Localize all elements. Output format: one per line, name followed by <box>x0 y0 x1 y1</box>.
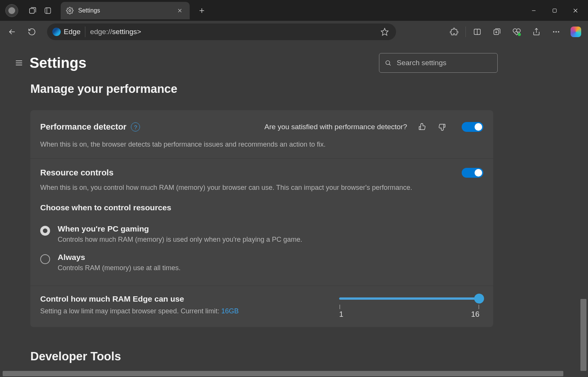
arrow-left-icon <box>8 27 17 36</box>
thumbs-down-icon <box>438 123 446 131</box>
settings-menu-button[interactable] <box>11 55 27 71</box>
refresh-icon <box>28 28 36 36</box>
browser-tab-settings[interactable]: Settings <box>61 2 190 19</box>
url-text: edge://settings> <box>90 28 141 36</box>
performance-card: Performance detector ? Are you satisfied… <box>30 110 493 327</box>
resource-controls-title: Resource controls <box>40 168 113 178</box>
svg-point-10 <box>558 31 560 33</box>
svg-point-11 <box>386 61 390 64</box>
performance-detector-toggle[interactable] <box>462 122 483 132</box>
ram-limit-title: Control how much RAM Edge can use <box>40 294 324 303</box>
site-identity-label: Edge <box>64 28 80 36</box>
copilot-button[interactable] <box>568 23 584 40</box>
tab-actions-icon[interactable] <box>40 3 55 18</box>
radio-label-gaming: When you're PC gaming <box>58 224 302 233</box>
radio-desc-always: Controls RAM (memory) use at all times. <box>58 264 181 272</box>
horizontal-scrollbar[interactable] <box>3 371 563 376</box>
gear-icon <box>66 7 74 14</box>
feedback-question: Are you satisfied with performance detec… <box>264 123 407 131</box>
tab-title: Settings <box>78 7 171 14</box>
svg-rect-0 <box>30 8 35 13</box>
refresh-button[interactable] <box>24 23 40 40</box>
close-icon <box>177 8 182 13</box>
search-settings-box[interactable] <box>379 53 498 73</box>
url-toolbar: Edge edge://settings> <box>0 21 588 43</box>
workspaces-icon[interactable] <box>25 3 40 18</box>
collections-button[interactable] <box>489 23 505 40</box>
window-close-button[interactable] <box>565 3 586 18</box>
separator <box>465 27 466 37</box>
radio-input-gaming[interactable] <box>40 226 50 236</box>
svg-point-2 <box>69 9 71 11</box>
resource-controls-toggle[interactable] <box>462 168 483 178</box>
radio-desc-gaming: Controls how much RAM (memory) is used o… <box>58 236 302 244</box>
favorite-button[interactable] <box>379 26 391 38</box>
radio-input-always[interactable] <box>40 254 50 264</box>
edge-logo-icon <box>52 28 61 36</box>
svg-point-9 <box>555 31 557 33</box>
ellipsis-icon <box>552 28 560 36</box>
copilot-icon <box>571 27 581 37</box>
resource-controls-row: Resource controls When this is on, you c… <box>30 159 493 286</box>
slider-ticks: || <box>339 303 480 309</box>
search-icon <box>385 59 391 67</box>
slider-max-label: 16 <box>471 310 480 319</box>
radio-always[interactable]: Always Controls RAM (memory) use at all … <box>40 248 483 277</box>
svg-point-8 <box>553 31 555 33</box>
more-button[interactable] <box>548 23 564 40</box>
ram-limit-desc: Setting a low limit may impact browser s… <box>40 307 324 315</box>
settings-header: Settings <box>0 43 588 83</box>
share-button[interactable] <box>528 23 545 40</box>
radio-label-always: Always <box>58 253 181 262</box>
window-minimize-button[interactable] <box>523 3 544 18</box>
maximize-icon <box>552 8 557 13</box>
window-maximize-button[interactable] <box>544 3 565 18</box>
collections-icon <box>493 28 501 36</box>
new-tab-button[interactable] <box>194 3 209 18</box>
share-icon <box>532 28 541 36</box>
thumbs-up-icon <box>418 123 426 131</box>
svg-marker-4 <box>381 28 388 35</box>
info-button[interactable]: ? <box>131 122 140 131</box>
site-identity[interactable]: Edge <box>52 28 80 36</box>
puzzle-icon <box>450 28 458 36</box>
search-settings-input[interactable] <box>397 59 492 67</box>
slider-track <box>339 297 480 300</box>
thumbs-up-button[interactable] <box>415 119 430 135</box>
performance-detector-desc: When this is on, the browser detects tab… <box>40 140 483 149</box>
radio-pc-gaming[interactable]: When you're PC gaming Controls how much … <box>40 220 483 248</box>
resource-controls-desc: When this is on, you control how much RA… <box>40 183 483 192</box>
performance-detector-row: Performance detector ? Are you satisfied… <box>30 110 493 159</box>
window-titlebar: Settings <box>0 0 588 21</box>
section-title-performance: Manage your performance <box>30 83 588 96</box>
split-icon <box>473 28 481 36</box>
extensions-button[interactable] <box>446 23 462 40</box>
ram-limit-row: Control how much RAM Edge can use Settin… <box>30 286 493 327</box>
settings-content: Manage your performance Performance dete… <box>0 83 588 377</box>
status-dot-icon <box>517 33 521 36</box>
performance-detector-title: Performance detector <box>40 122 126 132</box>
page-title: Settings <box>30 55 86 71</box>
svg-rect-3 <box>553 9 556 12</box>
thumbs-down-button[interactable] <box>434 119 450 135</box>
section-title-developer: Developer Tools <box>30 350 588 363</box>
ram-slider[interactable] <box>339 297 480 300</box>
minimize-icon <box>531 8 536 13</box>
profile-avatar[interactable] <box>5 4 18 17</box>
tab-close-button[interactable] <box>175 6 184 15</box>
split-screen-button[interactable] <box>469 23 486 40</box>
star-icon <box>380 28 389 36</box>
address-bar[interactable]: Edge edge://settings> <box>47 23 396 40</box>
separator <box>85 27 85 37</box>
svg-point-7 <box>518 33 521 36</box>
ram-limit-value-link[interactable]: 16GB <box>221 307 239 315</box>
close-icon <box>572 8 579 14</box>
svg-rect-1 <box>45 8 51 13</box>
back-button[interactable] <box>4 23 20 40</box>
settings-page: Settings Manage your performance Perform… <box>0 43 588 377</box>
hamburger-icon <box>15 59 23 67</box>
choose-when-title: Choose when to control resources <box>40 203 483 212</box>
slider-handle[interactable] <box>474 294 484 303</box>
vertical-scrollbar[interactable] <box>580 299 586 371</box>
browser-essentials-button[interactable] <box>508 23 525 40</box>
